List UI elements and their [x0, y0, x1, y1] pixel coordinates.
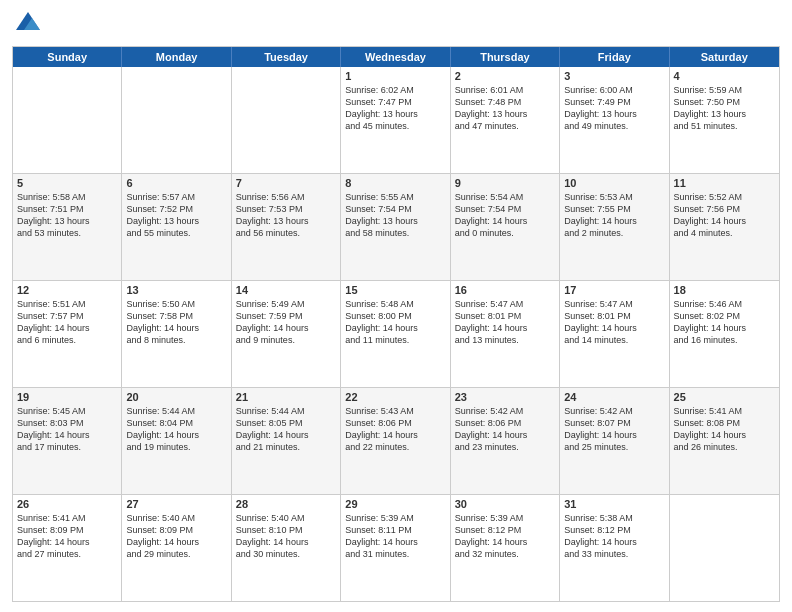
day-number: 6	[126, 177, 226, 189]
day-number: 26	[17, 498, 117, 510]
calendar-cell: 7Sunrise: 5:56 AM Sunset: 7:53 PM Daylig…	[232, 174, 341, 280]
day-number: 20	[126, 391, 226, 403]
cell-info: Sunrise: 6:01 AM Sunset: 7:48 PM Dayligh…	[455, 84, 555, 133]
header	[12, 10, 780, 38]
cell-info: Sunrise: 5:39 AM Sunset: 8:12 PM Dayligh…	[455, 512, 555, 561]
calendar-cell: 18Sunrise: 5:46 AM Sunset: 8:02 PM Dayli…	[670, 281, 779, 387]
cell-info: Sunrise: 5:42 AM Sunset: 8:06 PM Dayligh…	[455, 405, 555, 454]
cell-info: Sunrise: 5:58 AM Sunset: 7:51 PM Dayligh…	[17, 191, 117, 240]
calendar-cell: 14Sunrise: 5:49 AM Sunset: 7:59 PM Dayli…	[232, 281, 341, 387]
day-number: 8	[345, 177, 445, 189]
day-number: 13	[126, 284, 226, 296]
calendar-cell: 10Sunrise: 5:53 AM Sunset: 7:55 PM Dayli…	[560, 174, 669, 280]
cell-info: Sunrise: 5:47 AM Sunset: 8:01 PM Dayligh…	[564, 298, 664, 347]
calendar-cell: 24Sunrise: 5:42 AM Sunset: 8:07 PM Dayli…	[560, 388, 669, 494]
calendar-cell: 1Sunrise: 6:02 AM Sunset: 7:47 PM Daylig…	[341, 67, 450, 173]
calendar-cell: 27Sunrise: 5:40 AM Sunset: 8:09 PM Dayli…	[122, 495, 231, 601]
day-number: 1	[345, 70, 445, 82]
cell-info: Sunrise: 6:00 AM Sunset: 7:49 PM Dayligh…	[564, 84, 664, 133]
calendar-cell: 21Sunrise: 5:44 AM Sunset: 8:05 PM Dayli…	[232, 388, 341, 494]
day-number: 2	[455, 70, 555, 82]
cell-info: Sunrise: 5:48 AM Sunset: 8:00 PM Dayligh…	[345, 298, 445, 347]
calendar-cell	[232, 67, 341, 173]
day-number: 21	[236, 391, 336, 403]
calendar-header: SundayMondayTuesdayWednesdayThursdayFrid…	[13, 47, 779, 67]
calendar-cell: 16Sunrise: 5:47 AM Sunset: 8:01 PM Dayli…	[451, 281, 560, 387]
calendar-row: 5Sunrise: 5:58 AM Sunset: 7:51 PM Daylig…	[13, 173, 779, 280]
weekday-header: Monday	[122, 47, 231, 67]
calendar-cell	[13, 67, 122, 173]
cell-info: Sunrise: 5:44 AM Sunset: 8:04 PM Dayligh…	[126, 405, 226, 454]
cell-info: Sunrise: 5:42 AM Sunset: 8:07 PM Dayligh…	[564, 405, 664, 454]
day-number: 18	[674, 284, 775, 296]
logo	[12, 10, 42, 38]
weekday-header: Sunday	[13, 47, 122, 67]
day-number: 27	[126, 498, 226, 510]
calendar-cell: 6Sunrise: 5:57 AM Sunset: 7:52 PM Daylig…	[122, 174, 231, 280]
day-number: 24	[564, 391, 664, 403]
cell-info: Sunrise: 5:46 AM Sunset: 8:02 PM Dayligh…	[674, 298, 775, 347]
cell-info: Sunrise: 5:44 AM Sunset: 8:05 PM Dayligh…	[236, 405, 336, 454]
calendar-row: 19Sunrise: 5:45 AM Sunset: 8:03 PM Dayli…	[13, 387, 779, 494]
calendar-cell: 20Sunrise: 5:44 AM Sunset: 8:04 PM Dayli…	[122, 388, 231, 494]
calendar-cell: 12Sunrise: 5:51 AM Sunset: 7:57 PM Dayli…	[13, 281, 122, 387]
calendar-cell: 29Sunrise: 5:39 AM Sunset: 8:11 PM Dayli…	[341, 495, 450, 601]
calendar-cell: 4Sunrise: 5:59 AM Sunset: 7:50 PM Daylig…	[670, 67, 779, 173]
calendar-cell: 3Sunrise: 6:00 AM Sunset: 7:49 PM Daylig…	[560, 67, 669, 173]
calendar-cell: 26Sunrise: 5:41 AM Sunset: 8:09 PM Dayli…	[13, 495, 122, 601]
day-number: 10	[564, 177, 664, 189]
day-number: 22	[345, 391, 445, 403]
calendar-cell: 30Sunrise: 5:39 AM Sunset: 8:12 PM Dayli…	[451, 495, 560, 601]
day-number: 29	[345, 498, 445, 510]
day-number: 23	[455, 391, 555, 403]
weekday-header: Thursday	[451, 47, 560, 67]
cell-info: Sunrise: 5:54 AM Sunset: 7:54 PM Dayligh…	[455, 191, 555, 240]
calendar-cell: 11Sunrise: 5:52 AM Sunset: 7:56 PM Dayli…	[670, 174, 779, 280]
calendar-body: 1Sunrise: 6:02 AM Sunset: 7:47 PM Daylig…	[13, 67, 779, 601]
day-number: 14	[236, 284, 336, 296]
cell-info: Sunrise: 6:02 AM Sunset: 7:47 PM Dayligh…	[345, 84, 445, 133]
weekday-header: Friday	[560, 47, 669, 67]
calendar-cell: 17Sunrise: 5:47 AM Sunset: 8:01 PM Dayli…	[560, 281, 669, 387]
calendar-cell: 22Sunrise: 5:43 AM Sunset: 8:06 PM Dayli…	[341, 388, 450, 494]
calendar-cell: 13Sunrise: 5:50 AM Sunset: 7:58 PM Dayli…	[122, 281, 231, 387]
calendar-cell: 19Sunrise: 5:45 AM Sunset: 8:03 PM Dayli…	[13, 388, 122, 494]
cell-info: Sunrise: 5:39 AM Sunset: 8:11 PM Dayligh…	[345, 512, 445, 561]
calendar-cell: 25Sunrise: 5:41 AM Sunset: 8:08 PM Dayli…	[670, 388, 779, 494]
day-number: 15	[345, 284, 445, 296]
day-number: 7	[236, 177, 336, 189]
calendar-cell: 23Sunrise: 5:42 AM Sunset: 8:06 PM Dayli…	[451, 388, 560, 494]
day-number: 9	[455, 177, 555, 189]
day-number: 3	[564, 70, 664, 82]
weekday-header: Wednesday	[341, 47, 450, 67]
cell-info: Sunrise: 5:38 AM Sunset: 8:12 PM Dayligh…	[564, 512, 664, 561]
cell-info: Sunrise: 5:55 AM Sunset: 7:54 PM Dayligh…	[345, 191, 445, 240]
weekday-header: Saturday	[670, 47, 779, 67]
cell-info: Sunrise: 5:53 AM Sunset: 7:55 PM Dayligh…	[564, 191, 664, 240]
cell-info: Sunrise: 5:59 AM Sunset: 7:50 PM Dayligh…	[674, 84, 775, 133]
cell-info: Sunrise: 5:41 AM Sunset: 8:08 PM Dayligh…	[674, 405, 775, 454]
logo-icon	[14, 10, 42, 38]
weekday-header: Tuesday	[232, 47, 341, 67]
day-number: 12	[17, 284, 117, 296]
calendar-row: 26Sunrise: 5:41 AM Sunset: 8:09 PM Dayli…	[13, 494, 779, 601]
day-number: 19	[17, 391, 117, 403]
cell-info: Sunrise: 5:40 AM Sunset: 8:09 PM Dayligh…	[126, 512, 226, 561]
cell-info: Sunrise: 5:49 AM Sunset: 7:59 PM Dayligh…	[236, 298, 336, 347]
calendar-cell: 31Sunrise: 5:38 AM Sunset: 8:12 PM Dayli…	[560, 495, 669, 601]
cell-info: Sunrise: 5:50 AM Sunset: 7:58 PM Dayligh…	[126, 298, 226, 347]
calendar-cell: 28Sunrise: 5:40 AM Sunset: 8:10 PM Dayli…	[232, 495, 341, 601]
calendar-cell: 2Sunrise: 6:01 AM Sunset: 7:48 PM Daylig…	[451, 67, 560, 173]
day-number: 31	[564, 498, 664, 510]
day-number: 5	[17, 177, 117, 189]
page-container: SundayMondayTuesdayWednesdayThursdayFrid…	[0, 0, 792, 612]
calendar-cell	[670, 495, 779, 601]
calendar-cell: 5Sunrise: 5:58 AM Sunset: 7:51 PM Daylig…	[13, 174, 122, 280]
day-number: 30	[455, 498, 555, 510]
day-number: 28	[236, 498, 336, 510]
cell-info: Sunrise: 5:41 AM Sunset: 8:09 PM Dayligh…	[17, 512, 117, 561]
cell-info: Sunrise: 5:57 AM Sunset: 7:52 PM Dayligh…	[126, 191, 226, 240]
cell-info: Sunrise: 5:51 AM Sunset: 7:57 PM Dayligh…	[17, 298, 117, 347]
cell-info: Sunrise: 5:40 AM Sunset: 8:10 PM Dayligh…	[236, 512, 336, 561]
day-number: 11	[674, 177, 775, 189]
